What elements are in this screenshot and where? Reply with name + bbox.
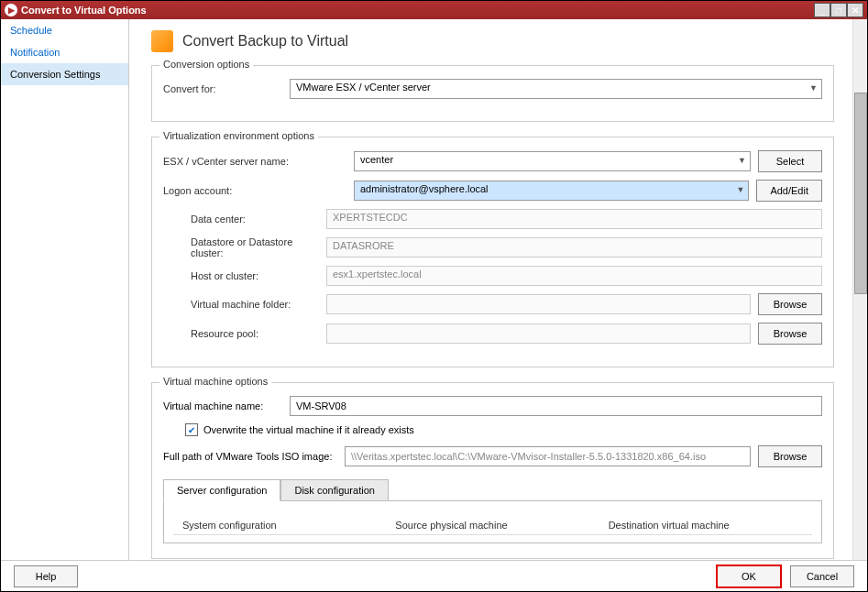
window-controls: _ □ ✕ — [814, 3, 863, 17]
page-title: Convert Backup to Virtual — [182, 33, 348, 49]
host-label: Host or cluster: — [163, 270, 319, 281]
chevron-down-icon: ▼ — [738, 156, 746, 165]
convert-for-label: Convert for: — [163, 83, 282, 94]
minimize-button[interactable]: _ — [814, 3, 830, 17]
logon-account-select[interactable]: administrator@vsphere.local ▼ — [354, 181, 749, 201]
select-server-button[interactable]: Select — [758, 150, 822, 172]
convert-for-value: VMware ESX / vCenter server — [296, 82, 431, 93]
respool-label: Resource pool: — [163, 328, 319, 339]
tab-server-config[interactable]: Server configuration — [163, 479, 280, 501]
close-button[interactable]: ✕ — [847, 3, 863, 17]
vmname-label: Virtual machine name: — [163, 400, 282, 411]
dialog-body: Schedule Notification Conversion Setting… — [1, 19, 867, 591]
vm-options-group: Virtual machine options Virtual machine … — [151, 382, 834, 559]
titlebar: ▶ Convert to Virtual Options _ □ ✕ — [1, 1, 867, 19]
tab-content: System configuration Source physical mac… — [163, 501, 822, 543]
datacenter-label: Data center: — [163, 214, 319, 225]
vmfolder-field — [326, 294, 751, 314]
help-button[interactable]: Help — [14, 565, 78, 587]
app-icon: ▶ — [5, 4, 17, 16]
dialog-footer: Help OK Cancel — [1, 560, 867, 591]
virt-env-group: Virtualization environment options ESX /… — [151, 137, 834, 367]
backup-to-virtual-icon — [151, 30, 173, 52]
vmfolder-label: Virtual machine folder: — [163, 299, 319, 310]
config-tabs: Server configuration Disk configuration — [163, 478, 822, 501]
conversion-options-legend: Conversion options — [159, 59, 253, 70]
maximize-button[interactable]: □ — [830, 3, 847, 17]
datastore-field: DATASRORE — [326, 237, 822, 258]
vm-options-legend: Virtual machine options — [159, 376, 271, 387]
respool-field — [326, 323, 751, 344]
virt-env-legend: Virtualization environment options — [159, 130, 318, 141]
sidebar: Schedule Notification Conversion Setting… — [1, 19, 129, 591]
logon-account-value: administrator@vsphere.local — [360, 183, 489, 194]
th-dest-machine: Destination virtual machine — [599, 520, 812, 531]
sidebar-item-notification[interactable]: Notification — [1, 41, 128, 63]
server-name-label: ESX / vCenter server name: — [163, 156, 346, 167]
host-field: esx1.xpertstec.local — [326, 266, 822, 286]
chevron-down-icon: ▼ — [809, 83, 818, 93]
iso-path-input[interactable] — [345, 446, 751, 466]
sidebar-item-schedule[interactable]: Schedule — [1, 19, 128, 41]
window-title: Convert to Virtual Options — [21, 5, 147, 16]
overwrite-checkbox[interactable]: ✔ — [185, 423, 198, 436]
config-table-header: System configuration Source physical mac… — [173, 516, 812, 535]
tab-disk-config[interactable]: Disk configuration — [280, 479, 388, 501]
server-name-select[interactable]: vcenter ▼ — [354, 151, 751, 171]
scroll-thumb[interactable] — [854, 93, 867, 294]
vmname-input[interactable] — [290, 396, 822, 416]
vmfolder-browse-button[interactable]: Browse — [758, 293, 822, 315]
chevron-down-icon: ▼ — [736, 185, 744, 194]
iso-browse-button[interactable]: Browse — [758, 445, 822, 467]
th-source-machine: Source physical machine — [386, 520, 599, 531]
th-system-config: System configuration — [173, 520, 386, 531]
add-edit-account-button[interactable]: Add/Edit — [756, 180, 822, 202]
iso-path-label: Full path of VMware Tools ISO image: — [163, 451, 337, 462]
datacenter-field: XPERTSTECDC — [326, 209, 822, 229]
datastore-label: Datastore or Datastore cluster: — [163, 236, 319, 258]
respool-browse-button[interactable]: Browse — [758, 323, 822, 345]
page-header: Convert Backup to Virtual — [151, 30, 834, 52]
conversion-options-group: Conversion options Convert for: VMware E… — [151, 65, 834, 122]
server-name-value: vcenter — [360, 154, 393, 165]
convert-for-select[interactable]: VMware ESX / vCenter server ▼ — [290, 79, 822, 99]
overwrite-label: Overwrite the virtual machine if it alre… — [203, 424, 414, 435]
main-panel: Convert Backup to Virtual Conversion opt… — [129, 19, 867, 591]
sidebar-item-conversion-settings[interactable]: Conversion Settings — [1, 63, 128, 85]
ok-button[interactable]: OK — [717, 565, 781, 587]
cancel-button[interactable]: Cancel — [790, 565, 854, 587]
dialog-window: ▶ Convert to Virtual Options _ □ ✕ Sched… — [0, 0, 868, 592]
vertical-scrollbar[interactable] — [852, 19, 867, 560]
logon-account-label: Logon account: — [163, 185, 346, 196]
